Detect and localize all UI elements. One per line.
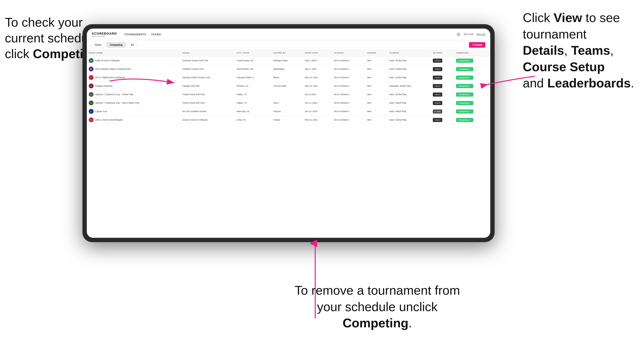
hosted-by-cell: ABAC xyxy=(271,99,303,107)
ann-tr-bold3: Teams xyxy=(568,43,610,57)
gender-cell: Men xyxy=(365,82,387,90)
city-state-cell: Sammamish, WA xyxy=(235,65,271,73)
actions-cell: View ℹ xyxy=(431,65,454,73)
view-button[interactable]: View ℹ xyxy=(433,84,442,88)
view-button[interactable]: View ℹ xyxy=(433,118,442,122)
start-date-cell: Sep 9, 2023 xyxy=(303,65,332,73)
edit-button[interactable]: ✏ Edit xyxy=(433,109,442,114)
team-logo: J xyxy=(89,92,94,97)
venue-cell: Trinity Forest Golf Club xyxy=(180,99,235,107)
ann-tr-c1: , xyxy=(564,43,568,57)
view-button[interactable]: View ℹ xyxy=(433,101,442,105)
nav-teams[interactable]: TEAMS xyxy=(151,33,161,36)
event-name: Folds of Honor Collegiate xyxy=(95,59,120,62)
ann-bottom-1: To remove a tournament from xyxy=(294,283,460,297)
nav-links: TOURNAMENTS TEAMS xyxy=(124,33,161,36)
ann-tr-2: to see xyxy=(582,11,620,25)
city-state-cell: Olympia Fields, IL xyxy=(235,73,271,82)
competing-cell: Competing ✓ xyxy=(454,99,490,107)
competing-button[interactable]: Competing ✓ xyxy=(456,76,473,80)
start-date-cell: Sep 15, 2023 xyxy=(303,73,332,82)
annotation-line1: To check your xyxy=(5,15,83,29)
event-name-cell: J Jackson T. Stephens Cup – Men's Match … xyxy=(87,99,180,107)
actions-cell: View ℹ xyxy=(431,116,454,124)
event-name: Jackson T. Stephens Cup – Stroke Play xyxy=(95,93,133,96)
table-row: M Folds of Honor Collegiate American Dun… xyxy=(87,56,490,65)
ann-tr-bold5: Leaderboards xyxy=(547,76,631,90)
col-start-date: START DATE xyxy=(303,50,332,56)
nav-tournaments[interactable]: TOURNAMENTS xyxy=(124,33,146,36)
filter-home-button[interactable]: Home xyxy=(92,42,105,47)
filter-all-button[interactable]: All xyxy=(128,42,137,47)
col-actions: ACTIONS xyxy=(431,50,454,56)
division-cell: NCAA Division I xyxy=(332,73,366,82)
venue-cell: Ocean Course At Hokuala xyxy=(180,116,235,124)
actions-cell: View ℹ xyxy=(431,99,454,107)
scoring-cell: team, Stroke Play xyxy=(388,56,431,65)
competing-button[interactable]: Competing ✓ xyxy=(456,59,473,63)
col-gender: GENDER xyxy=(365,50,387,56)
competing-button[interactable]: Competing ✓ xyxy=(456,109,473,114)
event-name-cell: M Folds of Honor Collegiate xyxy=(87,56,180,65)
scoring-cell: team, Stroke Play xyxy=(388,116,431,124)
competing-cell: Competing ✓ xyxy=(454,107,490,116)
filter-competing-button[interactable]: Competing xyxy=(107,42,126,47)
filter-bar: Home Competing All + Create xyxy=(87,40,490,50)
event-name: John A. Burns Intercollegiate xyxy=(95,119,123,121)
col-city-state: CITY, STATE xyxy=(235,50,271,56)
gender-cell: Men xyxy=(365,65,387,73)
gender-cell: Men xyxy=(365,73,387,82)
scoring-cell: individual, Stroke Play xyxy=(388,82,431,90)
ann-tr-bold2: Details xyxy=(523,43,564,57)
team-logo: A xyxy=(89,109,94,114)
start-date-cell: Sep 4, 2023 xyxy=(303,56,332,65)
hosted-by-cell xyxy=(271,90,303,99)
competing-button[interactable]: Competing ✓ xyxy=(456,67,473,71)
right-arrow-container xyxy=(477,71,540,97)
ann-bottom-2: your schedule unclick xyxy=(317,300,438,314)
city-state-cell: Phoenix, AZ xyxy=(235,82,271,90)
col-scoring: SCORING xyxy=(388,50,431,56)
gender-cell: Men xyxy=(365,56,387,65)
brand-sub: Powered by clippi xyxy=(92,35,117,37)
annotation-bottom: To remove a tournament from your schedul… xyxy=(285,282,470,332)
col-hosted-by: HOSTED BY xyxy=(271,50,303,56)
start-date-cell: Oct 9, 2023 xyxy=(303,90,332,99)
view-button[interactable]: View ℹ xyxy=(433,67,442,71)
create-button[interactable]: + Create xyxy=(469,42,486,48)
competing-button[interactable]: Competing ✓ xyxy=(456,84,473,88)
start-date-cell: Feb 15, 2024 xyxy=(303,116,332,124)
ann-bottom-bold: Competing xyxy=(342,316,408,330)
competing-button[interactable]: Competing ✓ xyxy=(456,93,473,97)
user-name: Test User xyxy=(463,33,474,36)
view-button[interactable]: View ℹ xyxy=(433,59,442,63)
venue-cell: American Dunes Golf Club xyxy=(180,56,235,65)
gender-cell: Men xyxy=(365,107,387,116)
user-icon xyxy=(456,32,460,36)
competing-button[interactable]: Competing ✓ xyxy=(456,118,473,122)
division-cell: NCAA Division I xyxy=(332,90,366,99)
gender-cell: Men xyxy=(365,90,387,99)
hosted-by-cell: Arizona State xyxy=(271,82,303,90)
ann-tr-c2: , xyxy=(610,43,614,57)
col-event-name: EVENT NAME xyxy=(87,50,180,56)
signout-link[interactable]: Sign out xyxy=(476,33,486,36)
col-competing: COMPETING xyxy=(454,50,490,56)
division-cell: NCAA Division I xyxy=(332,82,366,90)
scoring-cell: team, Match Play xyxy=(388,99,431,107)
brand: SCOREBOARD Powered by clippi xyxy=(92,32,117,37)
event-name-cell: H John A. Burns Intercollegiate xyxy=(87,116,180,124)
col-venue: VENUE xyxy=(180,50,235,56)
view-button[interactable]: View ℹ xyxy=(433,76,442,80)
venue-cell: Ak-Chin Southern Dunes xyxy=(180,107,235,116)
competing-button[interactable]: Competing ✓ xyxy=(456,101,473,105)
start-date-cell: Jan 14, 2024 xyxy=(303,107,332,116)
division-cell: NCAA Division I xyxy=(332,99,366,107)
nav-right: Test User Sign out xyxy=(456,32,486,36)
hosted-by-cell: Hawaii xyxy=(271,116,303,124)
gender-cell: Men xyxy=(365,116,387,124)
team-logo: A xyxy=(89,84,94,88)
scoring-cell: team, Stroke Play xyxy=(388,90,431,99)
team-logo: W xyxy=(89,67,94,71)
view-button[interactable]: View ℹ xyxy=(433,93,442,97)
